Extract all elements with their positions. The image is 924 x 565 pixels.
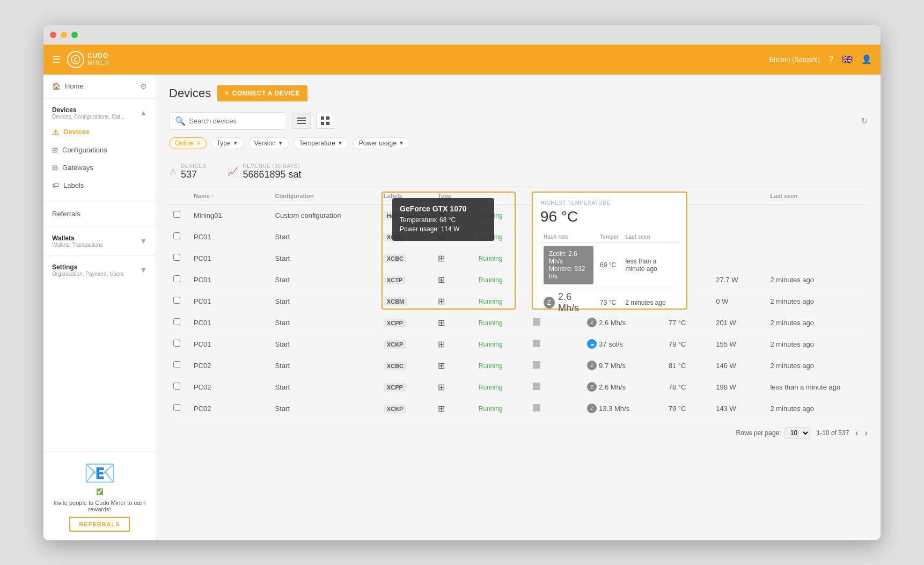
- row-checkbox[interactable]: [173, 232, 180, 239]
- th-hashrate[interactable]: Hash rate: [583, 187, 664, 205]
- th-status: [474, 187, 529, 205]
- device-config: Start: [271, 247, 379, 269]
- row-checkbox[interactable]: [173, 211, 180, 218]
- row-checkbox[interactable]: [173, 361, 180, 368]
- list-view-button[interactable]: [292, 113, 311, 129]
- table-row: Mining01 Custom configuration Home ⊞ Run…: [169, 204, 868, 226]
- online-chip-remove[interactable]: ×: [197, 140, 201, 147]
- row-checkbox[interactable]: [173, 318, 180, 325]
- device-labels: XCBC: [379, 355, 434, 376]
- divider-3: [43, 255, 156, 256]
- rows-label: Rows per page:: [736, 429, 781, 437]
- sidebar-section-header: Devices Devices, Configurations, Gat... …: [43, 103, 156, 123]
- settings-header: Settings Organisation, Payment, Users ▼: [43, 258, 156, 282]
- collapse-icon[interactable]: ▲: [140, 108, 147, 117]
- device-temp: 67 °C: [664, 269, 712, 290]
- device-lastseen: 2 minutes ago: [766, 290, 868, 312]
- minimize-button[interactable]: [61, 32, 67, 38]
- temperature-filter[interactable]: Temperature ▼: [294, 137, 349, 149]
- sidebar-item-gateways[interactable]: ⊟ Gateways: [43, 159, 156, 177]
- version-filter[interactable]: Version ▼: [248, 137, 289, 149]
- type-filter[interactable]: Type ▼: [211, 137, 244, 149]
- page-header: Devices + CONNECT A DEVICE: [169, 85, 868, 101]
- help-icon[interactable]: ?: [828, 55, 833, 64]
- version-arrow-icon: ▼: [278, 140, 283, 146]
- row-checkbox[interactable]: [173, 340, 180, 347]
- labels-label: Labels: [63, 181, 84, 189]
- wallets-title: Wallets: [52, 234, 103, 242]
- sidebar-item-labels[interactable]: 🏷 Labels: [43, 177, 156, 194]
- device-power: 201 W: [712, 312, 766, 333]
- table-row: PC02 Start XCPP ⊞ Running Z 2.6 Mh/s 78 …: [169, 376, 868, 398]
- flag-icon[interactable]: 🇬🇧: [842, 54, 853, 64]
- maximize-button[interactable]: [71, 32, 78, 38]
- gpu-bar: [529, 269, 583, 290]
- device-labels: XCTP: [379, 269, 434, 290]
- prev-page-button[interactable]: ‹: [855, 428, 858, 438]
- hamburger-icon[interactable]: ☰: [52, 54, 61, 65]
- configurations-label: Configurations: [62, 146, 107, 154]
- row-checkbox[interactable]: [173, 383, 180, 390]
- power-filter[interactable]: Power usage ▼: [353, 137, 410, 149]
- main-area: 🏠 Home ⚙ Devices Devices, Configurations…: [43, 75, 881, 540]
- row-checkbox[interactable]: [173, 275, 180, 282]
- device-status: Running: [474, 376, 529, 398]
- gpu-bar: [529, 290, 583, 312]
- user-icon[interactable]: 👤: [861, 54, 872, 64]
- type-label: Type: [217, 140, 231, 147]
- gpu-bar: [529, 204, 583, 226]
- referrals-button[interactable]: REFERRALS: [69, 517, 129, 532]
- row-checkbox[interactable]: [173, 254, 180, 261]
- devices-stat: ⚠ DEVICES 537: [169, 163, 206, 180]
- toolbar: 🔍 ↻: [169, 112, 868, 130]
- search-input[interactable]: [189, 117, 281, 125]
- gateways-label: Gateways: [62, 164, 93, 172]
- sidebar-item-devices[interactable]: ⚠ Devices: [43, 123, 156, 141]
- device-status: Running: [474, 226, 529, 247]
- table-row: PC01 Start XCKP ⊞ Running ☁ 37 sol/s 79 …: [169, 333, 868, 355]
- sidebar-item-home[interactable]: 🏠 Home ⚙: [43, 75, 156, 99]
- top-nav: ☰ C CUDO MINER Bitcoin (Satoshi): [43, 45, 881, 75]
- device-config: Custom configuration: [271, 204, 379, 226]
- wallets-arrow[interactable]: ▼: [140, 237, 147, 245]
- device-status: Running: [474, 312, 529, 333]
- device-hashrate: Z 2.6 Mh/s: [583, 312, 664, 333]
- device-name: PC02: [189, 376, 271, 398]
- th-labels[interactable]: Labels: [379, 187, 434, 205]
- device-lastseen: 2 minutes ago: [766, 398, 868, 419]
- logo-icon: C: [67, 51, 84, 68]
- table-row: PC01 Start XCTP ⊞ Running 🅱 5 sol/s 67 °…: [169, 269, 868, 290]
- refresh-button[interactable]: ↻: [861, 116, 868, 126]
- grid-view-button[interactable]: [316, 113, 334, 129]
- row-checkbox[interactable]: [173, 404, 180, 411]
- th-type[interactable]: Type: [434, 187, 474, 205]
- settings-arrow[interactable]: ▼: [140, 266, 147, 274]
- rows-select[interactable]: 10 25 50: [784, 427, 810, 439]
- th-name[interactable]: Name ↑: [189, 187, 271, 205]
- device-type: ⊞: [434, 376, 474, 398]
- device-config: Start: [271, 355, 379, 376]
- device-lastseen: [766, 247, 868, 269]
- plus-icon: +: [225, 90, 229, 97]
- device-type: ⊞: [434, 333, 474, 355]
- revenue-stat-value: 56861895 sat: [243, 169, 301, 180]
- sidebar-item-configurations[interactable]: ⊞ Configurations: [43, 141, 156, 159]
- logo: C CUDO MINER: [67, 51, 110, 68]
- online-filter-chip[interactable]: Online ×: [169, 137, 207, 149]
- gpu-bar: [529, 355, 583, 376]
- sidebar-item-referrals[interactable]: Referrals: [43, 203, 156, 224]
- device-power: 0 W: [712, 290, 766, 312]
- close-button[interactable]: [50, 32, 56, 38]
- device-status: Running: [474, 355, 529, 376]
- settings-icon[interactable]: ⚙: [140, 82, 147, 91]
- logo-text: CUDO MINER: [87, 52, 110, 66]
- device-type: ⊞: [434, 247, 474, 269]
- device-power: [712, 247, 766, 269]
- next-page-button[interactable]: ›: [865, 428, 868, 438]
- th-config[interactable]: Configuration: [271, 187, 379, 205]
- connect-device-button[interactable]: + CONNECT A DEVICE: [217, 85, 307, 101]
- search-icon: 🔍: [175, 116, 186, 126]
- row-checkbox[interactable]: [173, 297, 180, 304]
- device-hashrate: Z 2.6 Mh/s: [583, 376, 664, 398]
- page-info: 1-10 of 537: [817, 429, 849, 437]
